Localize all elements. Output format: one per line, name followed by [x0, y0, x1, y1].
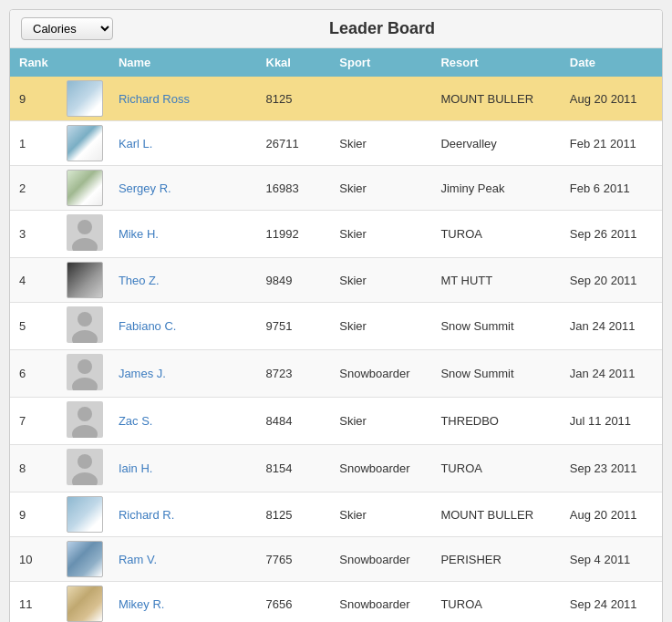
- rank-cell: 5: [10, 303, 57, 350]
- rank-cell: 8: [10, 445, 57, 492]
- sport-cell: Skier: [330, 211, 431, 258]
- avatar: [67, 125, 103, 161]
- avatar-cell: [57, 77, 109, 121]
- resort-cell: TUROA: [431, 211, 560, 258]
- table-row: 11 Mikey R. 7656 Snowboarder TUROA Sep 2…: [10, 582, 662, 623]
- resort-cell: MOUNT BULLER: [431, 77, 560, 121]
- name-cell[interactable]: Richard Ross: [109, 77, 257, 121]
- sport-cell: Skier: [330, 121, 431, 166]
- col-avatar: [57, 48, 109, 77]
- avatar: [67, 496, 103, 533]
- rank-cell: 2: [10, 166, 57, 211]
- resort-cell: TUROA: [431, 445, 560, 492]
- rank-cell: 10: [10, 537, 57, 582]
- avatar-cell: [57, 398, 109, 445]
- rank-cell: 9: [10, 77, 57, 121]
- svg-point-6: [78, 407, 92, 421]
- sport-cell: Snowboarder: [330, 445, 431, 492]
- kkal-cell: 11992: [257, 211, 331, 258]
- kkal-cell: 7765: [257, 537, 331, 582]
- rank-cell: 11: [10, 582, 57, 623]
- kkal-cell: 26711: [257, 121, 331, 166]
- name-cell[interactable]: Fabiano C.: [109, 303, 257, 350]
- table-row: 9 Richard Ross 8125 MOUNT BULLER Aug 20 …: [10, 77, 662, 121]
- sport-cell: [330, 77, 431, 121]
- kkal-cell: 8723: [257, 350, 331, 398]
- avatar: [67, 80, 103, 117]
- name-cell[interactable]: Ram V.: [109, 537, 257, 582]
- resort-cell: THREDBO: [431, 398, 560, 445]
- avatar: [67, 354, 103, 390]
- kkal-cell: 9751: [257, 303, 331, 350]
- rank-cell: 3: [10, 211, 57, 258]
- table-row: 9 Richard R. 8125 Skier MOUNT BULLER Aug…: [10, 492, 662, 537]
- col-rank: Rank: [10, 48, 57, 77]
- date-cell: Jul 11 2011: [561, 398, 662, 445]
- kkal-cell: 8125: [257, 77, 331, 121]
- table-header-row: Rank Name Kkal Sport Resort Date: [10, 48, 662, 77]
- kkal-cell: 8154: [257, 445, 331, 492]
- sport-cell: Snowboarder: [330, 537, 431, 582]
- name-cell[interactable]: Sergey R.: [109, 166, 257, 211]
- sport-cell: Skier: [330, 398, 431, 445]
- name-cell[interactable]: Theo Z.: [109, 258, 257, 303]
- resort-cell: Snow Summit: [431, 303, 560, 350]
- name-cell[interactable]: Karl L.: [109, 121, 257, 166]
- svg-point-3: [72, 330, 98, 343]
- sport-cell: Snowboarder: [330, 350, 431, 398]
- sport-cell: Skier: [330, 166, 431, 211]
- rank-cell: 9: [10, 492, 57, 537]
- name-cell[interactable]: Iain H.: [109, 445, 257, 492]
- resort-cell: PERISHER: [431, 537, 560, 582]
- avatar-cell: [57, 211, 109, 258]
- sport-cell: Skier: [330, 303, 431, 350]
- avatar: [67, 586, 103, 622]
- avatar: [67, 449, 103, 485]
- date-cell: Aug 20 2011: [561, 77, 662, 121]
- name-cell[interactable]: Mikey R.: [109, 582, 257, 623]
- avatar-cell: [57, 303, 109, 350]
- leaderboard-container: CaloriesDistanceDuration Leader Board Ra…: [9, 9, 663, 622]
- date-cell: Sep 26 2011: [561, 211, 662, 258]
- resort-cell: MOUNT BULLER: [431, 492, 560, 537]
- table-row: 3 Mike H. 11992 Skier TUROA Sep 26 2011: [10, 211, 662, 258]
- avatar: [67, 541, 103, 577]
- board-title: Leader Board: [113, 19, 651, 38]
- svg-point-2: [78, 312, 92, 327]
- avatar-cell: [57, 445, 109, 492]
- name-cell[interactable]: Zac S.: [109, 398, 257, 445]
- kkal-cell: 8484: [257, 398, 331, 445]
- table-row: 6 James J. 8723 Snowboarder Snow Summit …: [10, 350, 662, 398]
- sport-cell: Skier: [330, 492, 431, 537]
- table-row: 4 Theo Z. 9849 Skier MT HUTT Sep 20 2011: [10, 258, 662, 303]
- table-row: 2 Sergey R. 16983 Skier Jiminy Peak Feb …: [10, 166, 662, 211]
- avatar: [67, 170, 103, 206]
- rank-cell: 4: [10, 258, 57, 303]
- category-dropdown[interactable]: CaloriesDistanceDuration: [21, 17, 113, 40]
- avatar-cell: [57, 258, 109, 303]
- col-resort: Resort: [431, 48, 560, 77]
- table-row: 5 Fabiano C. 9751 Skier Snow Summit Jan …: [10, 303, 662, 350]
- rank-cell: 7: [10, 398, 57, 445]
- avatar: [67, 214, 103, 251]
- avatar-cell: [57, 121, 109, 166]
- name-cell[interactable]: Mike H.: [109, 211, 257, 258]
- avatar: [67, 401, 103, 438]
- avatar-cell: [57, 537, 109, 582]
- avatar-cell: [57, 492, 109, 537]
- name-cell[interactable]: James J.: [109, 350, 257, 398]
- kkal-cell: 16983: [257, 166, 331, 211]
- sport-cell: Snowboarder: [330, 582, 431, 623]
- avatar-cell: [57, 350, 109, 398]
- svg-point-4: [78, 359, 92, 374]
- date-cell: Sep 20 2011: [561, 258, 662, 303]
- kkal-cell: 7656: [257, 582, 331, 623]
- name-cell[interactable]: Richard R.: [109, 492, 257, 537]
- top-bar: CaloriesDistanceDuration Leader Board: [10, 10, 662, 48]
- avatar: [67, 306, 103, 343]
- date-cell: Sep 4 2011: [561, 537, 662, 582]
- date-cell: Jan 24 2011: [561, 303, 662, 350]
- resort-cell: Snow Summit: [431, 350, 560, 398]
- resort-cell: TUROA: [431, 582, 560, 623]
- col-sport: Sport: [330, 48, 431, 77]
